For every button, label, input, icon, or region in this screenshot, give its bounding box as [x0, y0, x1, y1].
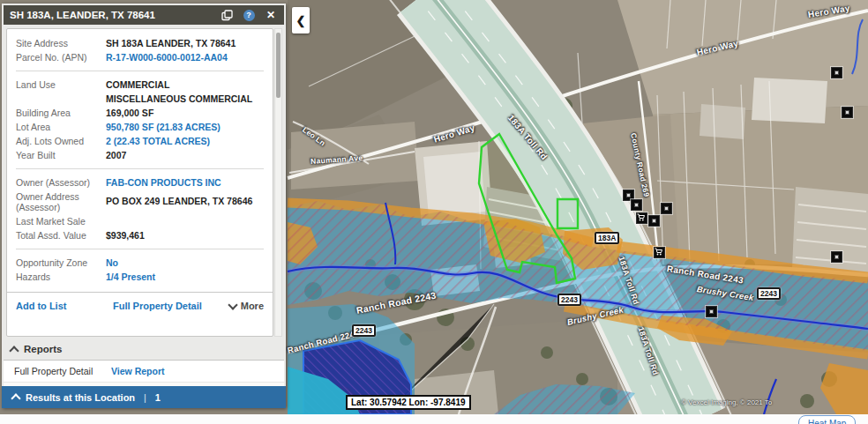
highway-shield: 2243: [352, 324, 376, 337]
field-site-address: Site Address SH 183A LEANDER, TX 78641: [7, 36, 273, 50]
owner-link[interactable]: FAB-CON PRODUCTS INC: [106, 177, 264, 188]
chevron-up-icon: [9, 346, 19, 355]
collapse-panel-button[interactable]: ❮: [292, 7, 310, 33]
map-marker-icon[interactable]: [831, 251, 842, 263]
results-bar[interactable]: Results at this Location | 1: [2, 386, 286, 408]
full-property-detail-link[interactable]: Full Property Detail: [113, 301, 202, 311]
highway-shield: 2243: [557, 294, 581, 306]
field-land-use-line2: MISCELLANEOUS COMMERCIAL: [7, 92, 273, 106]
map-marker-icon[interactable]: [706, 306, 717, 317]
property-summary-card: Site Address SH 183A LEANDER, TX 78641 P…: [6, 28, 273, 337]
adj-lots-link[interactable]: 2 (22.43 TOTAL ACRES): [106, 136, 264, 146]
map-copyright: © Vexcel Imaging, © 2021 To: [681, 398, 772, 406]
field-owner-address: Owner Address (Assessor) PO BOX 249 LEAN…: [7, 190, 273, 214]
field-hazards: Hazards 1/4 Present: [7, 270, 273, 284]
divider: [16, 71, 264, 71]
map-marker-icon[interactable]: [648, 215, 660, 227]
field-total-assd-value: Total Assd. Value $939,461: [7, 228, 273, 242]
cursor-coordinates: Lat: 30.57942 Lon: -97.8419: [346, 395, 471, 410]
opportunity-zone-link[interactable]: No: [106, 257, 264, 268]
field-opportunity-zone: Opportunity Zone No: [7, 256, 273, 270]
reports-section-header[interactable]: Reports: [11, 344, 62, 354]
more-link[interactable]: More: [229, 301, 264, 311]
chevron-down-icon: [228, 300, 237, 309]
map-marker-icon[interactable]: [831, 67, 842, 78]
field-building-area: Building Area 169,000 SF: [7, 106, 273, 120]
parcel-apn-link[interactable]: R-17-W000-6000-0012-AA04: [106, 52, 264, 63]
collapse-chevron-icon: ❮: [296, 14, 306, 27]
heat-map-button[interactable]: Heat Map: [798, 415, 856, 424]
retail-map-marker-icon[interactable]: [636, 212, 647, 224]
panel-header: SH 183A, LEANDER, TX 78641 ? ✕: [4, 5, 284, 25]
app-window: Leo LnNaumann AveHero Way183A Toll RdHer…: [0, 0, 868, 424]
field-owner: Owner (Assessor) FAB-CON PRODUCTS INC: [7, 175, 273, 190]
results-count: 1: [155, 392, 161, 403]
retail-map-marker-icon[interactable]: [654, 247, 665, 258]
highway-shield: 2243: [757, 287, 781, 300]
reports-table: Full Property Detail View Report: [4, 360, 284, 388]
highway-shield: 183A: [595, 232, 619, 244]
property-info-panel: SH 183A, LEANDER, TX 78641 ? ✕ Site Addr…: [2, 4, 286, 408]
bottom-toolbar: [0, 414, 868, 424]
help-icon[interactable]: ?: [242, 8, 256, 22]
scrollbar-thumb[interactable]: [276, 33, 281, 98]
field-adj-lots-owned: Adj. Lots Owned 2 (22.43 TOTAL ACRES): [7, 134, 273, 148]
field-last-market-sale: Last Market Sale: [7, 214, 273, 228]
card-footer: Add to List Full Property Detail More: [7, 292, 273, 311]
panel-title: SH 183A, LEANDER, TX 78641: [10, 10, 212, 20]
divider: [16, 168, 264, 169]
view-report-link[interactable]: View Report: [111, 366, 165, 376]
field-year-built: Year Built 2007: [7, 148, 273, 162]
chevron-up-icon: [11, 393, 20, 403]
field-land-use: Land Use COMMERCIAL: [7, 78, 273, 92]
map-marker-icon[interactable]: [661, 203, 672, 214]
divider: [16, 249, 264, 249]
map-marker-icon[interactable]: [631, 199, 642, 211]
hazards-link[interactable]: 1/4 Present: [106, 272, 264, 282]
panel-scrollbar[interactable]: [274, 28, 282, 337]
close-icon[interactable]: ✕: [264, 8, 278, 22]
field-lot-area: Lot Area 950,780 SF (21.83 ACRES): [7, 120, 273, 134]
map-marker-icon[interactable]: [842, 107, 853, 118]
field-parcel-apn: Parcel No. (APN) R-17-W000-6000-0012-AA0…: [7, 50, 273, 64]
lot-area-link[interactable]: 950,780 SF (21.83 ACRES): [106, 122, 264, 132]
add-to-list-link[interactable]: Add to List: [16, 301, 113, 311]
report-row: Full Property Detail View Report: [4, 361, 284, 383]
copy-location-icon[interactable]: [220, 8, 234, 22]
